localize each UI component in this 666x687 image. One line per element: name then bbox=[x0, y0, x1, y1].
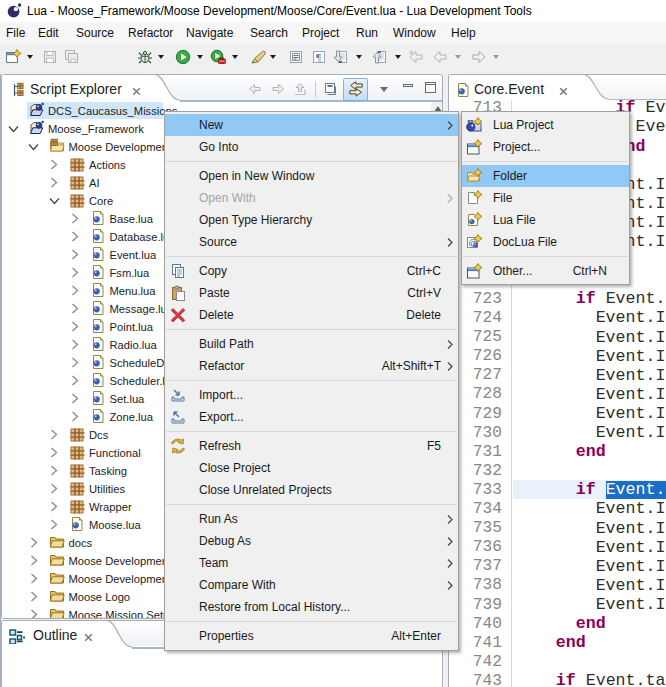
svg-text:¶: ¶ bbox=[316, 51, 321, 63]
